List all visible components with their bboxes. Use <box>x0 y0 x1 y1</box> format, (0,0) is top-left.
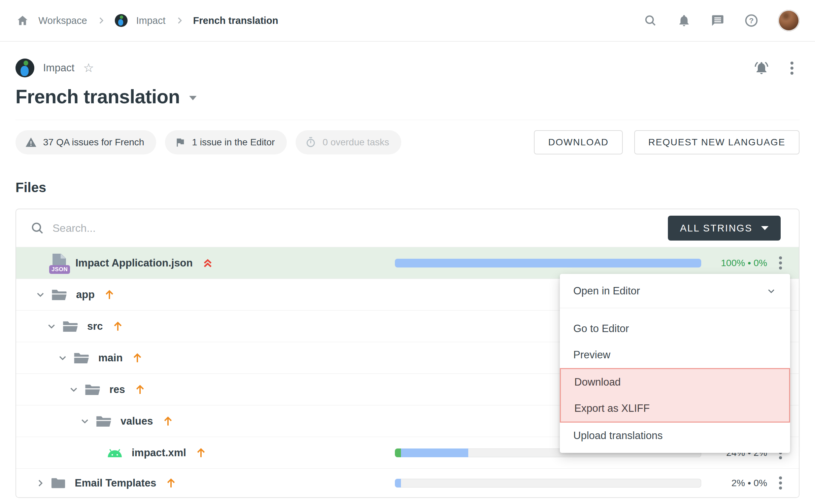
chevron-down-icon[interactable] <box>57 352 68 364</box>
menu-item-open-in-editor[interactable]: Open in Editor <box>560 274 790 308</box>
stopwatch-icon <box>305 137 316 148</box>
menu-item-upload-translations[interactable]: Upload translations <box>560 423 790 449</box>
page-title: French translation <box>15 85 180 108</box>
chevron-right-icon <box>96 15 106 26</box>
chevron-right-icon[interactable] <box>35 477 46 489</box>
chevron-down-icon <box>766 286 777 296</box>
top-navbar: Workspace Impact French translation ? <box>0 0 815 42</box>
title-dropdown-caret-icon[interactable] <box>189 96 197 100</box>
help-icon[interactable]: ? <box>744 13 758 28</box>
row-name: impact.xml <box>132 447 186 459</box>
folder-open-icon <box>84 383 101 396</box>
menu-item-preview[interactable]: Preview <box>560 342 790 368</box>
priority-high-icon <box>202 257 214 269</box>
breadcrumb-project[interactable]: Impact <box>136 15 166 26</box>
folder-open-icon <box>73 351 90 365</box>
breadcrumb: Workspace Impact French translation <box>15 13 278 28</box>
folder-open-icon <box>62 320 78 333</box>
row-name: values <box>121 415 153 427</box>
star-icon[interactable]: ☆ <box>83 62 94 74</box>
folder-row-email-templates[interactable]: Email Templates2% • 0% <box>16 468 799 497</box>
qa-issues-badge[interactable]: 37 QA issues for French <box>15 130 156 154</box>
row-name: main <box>98 352 123 364</box>
chevron-down-icon[interactable] <box>68 384 79 395</box>
flag-icon <box>174 137 186 148</box>
row-name: src <box>87 320 103 332</box>
strings-filter-button[interactable]: ALL STRINGS <box>668 216 781 241</box>
android-file-icon <box>107 447 123 458</box>
breadcrumb-current: French translation <box>193 15 278 26</box>
user-avatar[interactable] <box>778 10 800 31</box>
row-name: Email Templates <box>75 477 156 489</box>
progress-bar <box>395 259 701 267</box>
folder-open-icon <box>96 415 112 428</box>
folder-icon <box>51 477 66 490</box>
subscribe-bell-icon[interactable] <box>754 61 769 75</box>
svg-text:?: ? <box>749 16 754 25</box>
overdue-tasks-badge[interactable]: 0 overdue tasks <box>296 130 401 154</box>
chevron-down-icon <box>761 226 769 230</box>
priority-medium-icon <box>134 384 146 396</box>
search-icon[interactable] <box>643 13 657 28</box>
project-logo <box>15 59 34 77</box>
menu-item-download[interactable]: Download <box>561 369 789 395</box>
project-header: Impact ☆ <box>15 59 800 77</box>
menu-item-label: Open in Editor <box>573 285 640 297</box>
progress-label: 2% • 0% <box>710 478 767 489</box>
row-kebab-icon[interactable] <box>777 474 784 492</box>
chevron-down-icon[interactable] <box>79 416 91 427</box>
project-logo-small[interactable] <box>115 14 128 27</box>
row-name: Impact Application.json <box>75 257 193 269</box>
status-badges: 37 QA issues for French 1 issue in the E… <box>15 130 401 154</box>
messages-icon[interactable] <box>711 13 725 28</box>
file-context-menu: Open in Editor Go to EditorPreviewDownlo… <box>560 274 790 453</box>
header-divider <box>15 120 800 120</box>
files-heading: Files <box>15 180 800 195</box>
files-search-row: ALL STRINGS <box>16 209 799 247</box>
search-icon <box>30 221 44 235</box>
breadcrumb-workspace[interactable]: Workspace <box>38 15 87 26</box>
priority-medium-icon <box>131 352 143 364</box>
menu-item-go-to-editor[interactable]: Go to Editor <box>560 316 790 342</box>
project-menu-kebab-icon[interactable] <box>788 60 795 77</box>
chevron-down-icon[interactable] <box>46 321 57 332</box>
row-kebab-icon[interactable] <box>777 254 784 272</box>
chevron-down-icon[interactable] <box>35 289 46 300</box>
progress-bar <box>395 479 701 488</box>
priority-medium-icon <box>165 477 177 489</box>
priority-medium-icon <box>103 289 115 301</box>
strings-filter-label: ALL STRINGS <box>680 223 752 234</box>
menu-item-export-as-xliff[interactable]: Export as XLIFF <box>561 395 789 422</box>
chevron-right-icon <box>174 15 184 26</box>
request-new-language-button[interactable]: REQUEST NEW LANGUAGE <box>634 130 800 154</box>
page: Workspace Impact French translation ? <box>0 0 815 504</box>
files-search-input[interactable] <box>53 222 660 235</box>
editor-issues-badge[interactable]: 1 issue in the Editor <box>165 130 287 154</box>
row-name: app <box>76 289 95 301</box>
project-name: Impact <box>43 62 74 74</box>
download-button[interactable]: DOWNLOAD <box>534 130 622 154</box>
warning-icon <box>25 136 37 148</box>
navbar-actions: ? <box>643 10 800 31</box>
folder-open-icon <box>51 288 67 301</box>
editor-issues-label: 1 issue in the Editor <box>192 137 275 148</box>
priority-medium-icon <box>162 415 174 427</box>
menu-highlighted-group: DownloadExport as XLIFF <box>560 368 790 423</box>
json-badge: JSON <box>49 265 70 274</box>
priority-medium-icon <box>195 447 207 459</box>
row-name: res <box>109 384 125 396</box>
json-file-icon: JSON <box>51 254 67 273</box>
home-icon[interactable] <box>15 13 30 28</box>
header-actions: DOWNLOAD REQUEST NEW LANGUAGE <box>534 130 800 154</box>
progress-label: 100% • 0% <box>710 258 767 268</box>
overdue-tasks-label: 0 overdue tasks <box>322 137 389 148</box>
notifications-icon[interactable] <box>677 13 691 28</box>
priority-medium-icon <box>112 320 124 332</box>
qa-issues-label: 37 QA issues for French <box>43 137 144 148</box>
